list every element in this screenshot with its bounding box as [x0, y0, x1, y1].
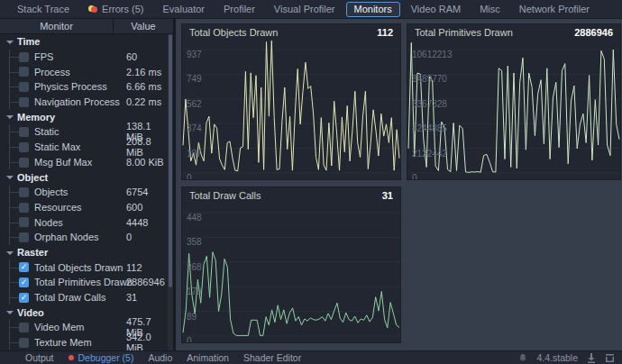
- monitor-graphs-area: Total Objects Drawn1129377495623741870 T…: [176, 19, 622, 350]
- column-header-value: Value: [114, 19, 173, 33]
- chart-svg: [182, 41, 400, 179]
- chart-header: Total Draw Calls31: [182, 187, 400, 204]
- monitor-row-physics-process[interactable]: Physics Process6.66 ms: [0, 79, 168, 95]
- monitor-value: 6.66 ms: [126, 81, 161, 92]
- monitor-row-process[interactable]: Process2.16 ms: [0, 64, 168, 79]
- tree-guide-stub: [9, 132, 19, 132]
- monitor-row-texture-mem[interactable]: Texture Mem342.0 MiB: [0, 335, 168, 350]
- bottom-bar-item-animation[interactable]: Animation: [187, 352, 229, 363]
- monitor-row-fps[interactable]: FPS60: [0, 50, 168, 65]
- monitor-checkbox[interactable]: ✓: [19, 293, 29, 303]
- section-row-time[interactable]: Time: [0, 34, 168, 50]
- monitor-row-nodes[interactable]: Nodes4448: [0, 214, 168, 230]
- chart-title: Total Objects Drawn: [189, 27, 278, 38]
- tab-network-profiler[interactable]: Network Profiler: [511, 2, 598, 17]
- tab-label: Network Profiler: [519, 4, 590, 14]
- monitor-row-total-draw-calls[interactable]: ✓Total Draw Calls31: [0, 290, 168, 305]
- monitor-checkbox[interactable]: [19, 217, 29, 227]
- monitor-checkbox[interactable]: [19, 82, 29, 92]
- section-name: Object: [17, 172, 48, 183]
- monitor-row-msg-buf-max[interactable]: Msg Buf Max8.00 KiB: [0, 155, 168, 170]
- monitor-value: 31: [126, 292, 137, 303]
- monitor-row-resources[interactable]: Resources600: [0, 200, 168, 215]
- monitor-row-static-max[interactable]: Static Max208.8 MiB: [0, 140, 168, 155]
- bottom-bar-item-audio[interactable]: Audio: [148, 352, 172, 363]
- monitor-value: 0: [126, 232, 132, 242]
- checkmark-icon: ✓: [21, 263, 28, 271]
- tab-video-ram[interactable]: Video RAM: [403, 2, 469, 17]
- error-dot: [91, 6, 97, 13]
- bottom-bar-item-debugger-5[interactable]: Debugger (5): [69, 352, 134, 363]
- bottom-bar-item-shader-editor[interactable]: Shader Editor: [243, 352, 301, 363]
- chart-current-value: 2886946: [574, 27, 613, 38]
- monitor-checkbox[interactable]: [19, 142, 29, 152]
- monitor-checkbox[interactable]: ✓: [19, 278, 29, 287]
- tree-guide-stub: [9, 162, 19, 163]
- y-tick-label: 749: [187, 75, 202, 84]
- y-tick-label: 268: [187, 263, 202, 272]
- collapse-arrow-icon[interactable]: [6, 251, 14, 255]
- monitor-checkbox[interactable]: ✓: [19, 262, 29, 272]
- bottom-bar-item-output[interactable]: Output: [25, 352, 54, 363]
- section-row-object[interactable]: Object: [0, 169, 168, 185]
- tree-guide-stub: [9, 327, 19, 328]
- chart-svg: [182, 204, 400, 342]
- bottom-bar-item-label: Output: [25, 352, 54, 363]
- monitor-checkbox[interactable]: [19, 67, 29, 77]
- checkmark-icon: ✓: [21, 278, 28, 287]
- tab-misc[interactable]: Misc: [471, 2, 508, 17]
- collapse-arrow-icon[interactable]: [6, 41, 14, 44]
- monitor-checkbox[interactable]: [19, 127, 29, 137]
- tab-stack-trace[interactable]: Stack Trace: [9, 2, 78, 17]
- checkmark-icon: ✓: [21, 294, 28, 302]
- collapse-arrow-icon[interactable]: [6, 176, 14, 179]
- bottom-bar-item-label: Shader Editor: [243, 352, 301, 363]
- chart-title: Total Primitives Drawn: [415, 27, 513, 38]
- monitor-row-orphan-nodes[interactable]: Orphan Nodes0: [0, 230, 168, 245]
- collapse-arrow-icon[interactable]: [6, 311, 14, 314]
- section-row-raster[interactable]: Raster: [0, 245, 168, 260]
- tree-guide-stub: [9, 192, 19, 193]
- monitor-label: FPS: [34, 51, 53, 62]
- tree-vertical-scrollbar[interactable]: [168, 34, 173, 350]
- tab-monitors[interactable]: Monitors: [346, 2, 400, 17]
- monitor-checkbox[interactable]: [19, 52, 29, 62]
- chart-title: Total Draw Calls: [189, 190, 261, 201]
- monitor-tree-rows: TimeFPS60Process2.16 msPhysics Process6.…: [0, 34, 168, 350]
- monitor-checkbox[interactable]: [19, 323, 29, 332]
- monitor-row-navigation-process[interactable]: Navigation Process0.22 ms: [0, 95, 168, 110]
- monitor-label: Resources: [34, 202, 82, 213]
- tab-profiler[interactable]: Profiler: [215, 2, 263, 17]
- expand-bottom-panel-icon[interactable]: [605, 353, 615, 363]
- scrollbar-handle[interactable]: [169, 34, 172, 287]
- bottom-bar-item-label: Audio: [148, 352, 172, 363]
- bottom-bar-item-label: Debugger (5): [78, 352, 134, 363]
- monitor-checkbox[interactable]: [19, 158, 29, 168]
- monitor-row-total-primitives-drawn[interactable]: ✓Total Primitives Drawn2886946: [0, 275, 168, 290]
- tab-errors-5[interactable]: Errors (5): [80, 2, 151, 17]
- y-tick-label: 937: [187, 50, 202, 59]
- monitor-checkbox[interactable]: [19, 187, 29, 197]
- chart-total-primitives-drawn: Total Primitives Drawn288694610612213848…: [407, 23, 621, 180]
- chart-header: Total Primitives Drawn2886946: [407, 24, 620, 41]
- chart-graph: 448358268179890: [182, 204, 400, 342]
- pin-bottom-panel-icon[interactable]: [587, 353, 596, 363]
- monitor-label: Total Objects Drawn: [34, 262, 123, 273]
- notifications-bell-icon[interactable]: [518, 353, 527, 362]
- monitor-row-objects[interactable]: Objects6754: [0, 185, 168, 200]
- y-tick-label: 179: [187, 287, 202, 296]
- monitor-checkbox[interactable]: [19, 97, 29, 107]
- monitor-value: 0.22 ms: [126, 96, 161, 107]
- monitor-label: Video Mem: [34, 322, 84, 332]
- collapse-arrow-icon[interactable]: [6, 115, 14, 119]
- monitor-checkbox[interactable]: [19, 232, 29, 242]
- y-tick-label: 374: [187, 124, 202, 133]
- monitor-checkbox[interactable]: [19, 203, 29, 213]
- monitor-checkbox[interactable]: [19, 338, 29, 348]
- chart-header: Total Objects Drawn112: [182, 24, 400, 41]
- tab-evaluator[interactable]: Evaluator: [155, 2, 213, 17]
- tree-guide-stub: [9, 72, 19, 73]
- monitor-row-total-objects-drawn[interactable]: ✓Total Objects Drawn112: [0, 259, 168, 275]
- tab-visual-profiler[interactable]: Visual Profiler: [266, 2, 343, 17]
- tree-guide-stub: [9, 207, 19, 208]
